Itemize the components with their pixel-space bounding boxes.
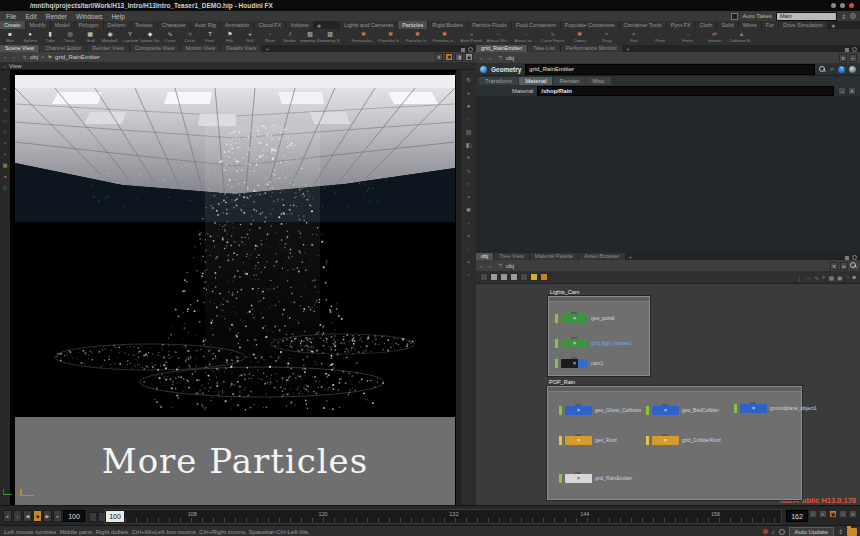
pane-tab-obj[interactable]: obj (476, 253, 493, 260)
menu-help[interactable]: Help (111, 13, 124, 20)
timeline-right-icon-item[interactable]: ▪ (819, 510, 827, 518)
tool-firecracke[interactable]: ✱Firecracke... (350, 29, 377, 45)
update-mode-select[interactable]: Auto Update (789, 527, 834, 536)
tool-torus[interactable]: ◎Torus (60, 29, 80, 45)
vrtool-icon-item[interactable]: ∿ (463, 165, 474, 176)
vtool-icon-item[interactable]: ⊙ (3, 108, 7, 113)
node-body[interactable] (561, 359, 588, 368)
current-frame-field[interactable]: 100 (63, 510, 85, 522)
tool-drag[interactable]: ≈Drag (593, 29, 620, 45)
pin-icon[interactable]: ▪ (849, 54, 857, 62)
shelf-tab-fur[interactable]: Fur (762, 21, 778, 29)
node-flag[interactable] (555, 314, 558, 323)
shelf-tab-lights-and-cameras[interactable]: Lights and Cameras (340, 21, 397, 29)
nettool-icon-4[interactable] (510, 273, 518, 281)
shelf-tab-populate-containers[interactable]: Populate Containers (561, 21, 619, 29)
node-flag[interactable] (555, 359, 558, 368)
vrtool-icon-item[interactable]: ● (463, 100, 474, 111)
vrtool-icon-item[interactable]: ↻ (463, 74, 474, 85)
shelf-tab-particle-fluids[interactable]: Particle Fluids (468, 21, 511, 29)
path-back-icon[interactable]: ‹ (476, 263, 482, 269)
node-body[interactable] (561, 314, 588, 323)
path-back-icon[interactable]: ‹ (476, 55, 482, 61)
node-flag[interactable] (734, 404, 737, 413)
tool-metaball[interactable]: ◉Metaball (100, 29, 120, 45)
node-name-field[interactable]: grid_RainEmitter (525, 64, 814, 75)
node-geo-portal[interactable]: geo_portal (555, 313, 615, 323)
param-tab-misc[interactable]: Misc (586, 77, 610, 85)
node-geo-ghost-collision[interactable]: geo_Ghost_Collision (559, 405, 641, 415)
shelf-tab-texture[interactable]: Texture (131, 21, 157, 29)
pane-tab-motion-view[interactable]: Motion View (180, 45, 220, 52)
tool-tube[interactable]: ▮Tube (40, 29, 60, 45)
timeline-right-icon-item[interactable]: ▫ (839, 510, 847, 518)
menu-render[interactable]: Render (46, 13, 67, 20)
tool-auto-patrol[interactable]: »Auto Patrol (458, 29, 485, 45)
path-back-icon[interactable]: ‹ (0, 54, 6, 60)
vtool-icon-item[interactable]: ⌖ (4, 152, 7, 157)
group-header[interactable] (549, 297, 649, 302)
vrtool-icon-item[interactable]: ◦ (463, 113, 474, 124)
node-geo-roof[interactable]: geo_Roof (559, 435, 617, 445)
vrtool-icon-item[interactable]: + (463, 87, 474, 98)
node-flag[interactable] (559, 406, 562, 415)
path-forward-icon[interactable]: › (485, 55, 491, 61)
timeline-right-icon-item[interactable]: ▣ (829, 510, 837, 518)
nettool-color-icon[interactable] (530, 273, 538, 281)
pane-tab-render-view[interactable]: Render View (87, 45, 128, 52)
pane-tab-take-list[interactable]: Take List (528, 45, 560, 52)
tool-interact[interactable]: ⇄Interact (701, 29, 728, 45)
vrtool-icon-item[interactable]: ⌖ (463, 152, 474, 163)
shelf-tab-wires[interactable]: Wires (739, 21, 761, 29)
tool-curve-force[interactable]: ∿Curve Force (539, 29, 566, 45)
node-grid-rainemitter[interactable]: grid_RainEmitter (559, 473, 632, 483)
vtool-icon-item[interactable]: ◎ (3, 185, 7, 190)
path-parent-icon[interactable]: ↰ (18, 54, 27, 61)
nettool-right-icon-item[interactable]: ▣ (837, 274, 843, 281)
snap-toggle-icon[interactable]: ✱ (445, 53, 453, 61)
vtool-icon-item[interactable]: ● (3, 174, 6, 179)
play-forward-button[interactable]: ▶ (43, 510, 52, 522)
shelf-tab-cloud-fx[interactable]: Cloud FX (254, 21, 285, 29)
folder-icon[interactable] (847, 528, 857, 536)
viewport-render[interactable]: More Particles (10, 70, 456, 505)
path-forward-icon[interactable]: › (9, 54, 15, 60)
take-spinner-icon[interactable]: ⇕ (841, 13, 846, 20)
nettool-right-icon-item[interactable]: ∿ (814, 274, 819, 281)
viewport[interactable]: ‹ View ▸+⊙□◇×⌖▦●◎ (0, 62, 476, 505)
tool-particles-fr[interactable]: ✱Particles fr... (377, 29, 404, 45)
path-current-node[interactable]: grid_RainEmitter (55, 54, 100, 60)
pane-split-icon[interactable] (845, 256, 849, 260)
group-header[interactable] (548, 387, 801, 392)
node-groundplane-object1[interactable]: groundplane_object1 (734, 403, 817, 413)
timeline-right-icon-item[interactable]: ▪ (849, 510, 857, 518)
vrtool-icon-item[interactable]: ▫ (463, 217, 474, 228)
network-search-icon[interactable] (850, 262, 857, 269)
node-body[interactable] (740, 404, 767, 413)
nettool-right-icon-item[interactable]: ⋮ (796, 274, 802, 281)
nettool-right-icon-item[interactable]: ■ (852, 274, 856, 280)
pane-tab-tree-view[interactable]: Tree View (494, 253, 528, 260)
node-grid-light-forward[interactable]: grid_light_forward (555, 338, 631, 348)
vrtool-icon-item[interactable]: ▪ (463, 230, 474, 241)
audio-icon[interactable]: ♪ (772, 529, 775, 535)
path-dropdown-icon[interactable]: ▾ (839, 54, 847, 62)
shelf-tab-auto-rig[interactable]: Auto Rig (191, 21, 220, 29)
tool-sphere[interactable]: ●Sphere (20, 29, 40, 45)
view-menu[interactable]: View (9, 63, 22, 69)
menu-file[interactable]: File (6, 13, 16, 20)
network-canvas[interactable]: Non-Public H13.0.178 Lights_Camgeo_porta… (476, 284, 860, 505)
path-parent-icon[interactable]: ↰ (494, 54, 503, 61)
layout-icon[interactable]: ▣ (465, 53, 473, 61)
vtool-icon-item[interactable]: ▸ (4, 86, 7, 91)
update-mode-arrows-icon[interactable]: ⇕ (838, 528, 843, 535)
pane-tab-grid-rainemitter[interactable]: grid_RainEmitter (476, 45, 527, 52)
shelf-tab-character[interactable]: Character (158, 21, 190, 29)
auto-takes-checkbox[interactable] (731, 13, 738, 20)
vtool-icon-item[interactable]: + (4, 97, 7, 102)
frame-slider[interactable]: 100 108120132144156 (104, 509, 782, 524)
material-field[interactable]: /shop/Rain (537, 86, 834, 96)
tool-force[interactable]: →Force (674, 29, 701, 45)
take-menu-icon[interactable] (850, 13, 856, 19)
nettool-icon-3[interactable] (500, 273, 508, 281)
